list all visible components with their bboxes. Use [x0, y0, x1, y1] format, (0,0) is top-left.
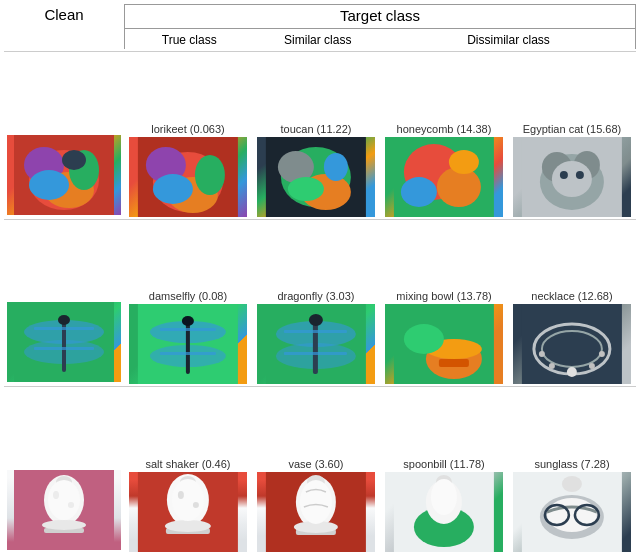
svg-point-30 — [576, 171, 584, 179]
svg-point-28 — [552, 161, 592, 197]
svg-point-95 — [562, 476, 582, 492]
target-cols-2: damselfly (0.08) dr — [124, 220, 636, 387]
image-diss2-1 — [513, 137, 631, 217]
label-similar-2: dragonfly (3.03) — [277, 290, 354, 302]
clean-image-3 — [7, 470, 121, 550]
img-col-diss2-3: sunglass (7.28) — [508, 387, 636, 554]
svg-point-49 — [309, 314, 323, 326]
image-true-2 — [129, 304, 247, 384]
clean-col-1 — [4, 52, 124, 219]
svg-point-92 — [431, 479, 457, 515]
image-similar-1 — [257, 137, 375, 217]
img-col-diss1-2: mixing bowl (13.78) — [380, 220, 508, 387]
table-row: lorikeet (0.063) toucan (11.22) — [4, 51, 636, 219]
svg-point-64 — [599, 351, 605, 357]
svg-point-22 — [401, 177, 437, 207]
svg-rect-50 — [284, 330, 347, 333]
img-col-diss2-2: necklace (12.68) — [508, 220, 636, 387]
clean-image-2 — [7, 302, 121, 382]
svg-point-86 — [300, 480, 332, 524]
svg-point-5 — [29, 170, 69, 200]
main-container: Clean Target class True class Similar cl… — [0, 0, 640, 558]
label-diss2-1: Egyptian cat (15.68) — [523, 123, 621, 135]
svg-point-77 — [165, 520, 211, 532]
image-true-3 — [129, 472, 247, 552]
clean-label: Clean — [44, 6, 83, 23]
img-col-similar-1: toucan (11.22) — [252, 52, 380, 219]
label-diss1-3: spoonbill (11.78) — [403, 458, 484, 470]
svg-rect-51 — [284, 352, 347, 355]
svg-rect-37 — [34, 347, 94, 350]
img-col-similar-2: dragonfly (3.03) — [252, 220, 380, 387]
label-similar-1: toucan (11.22) — [281, 123, 352, 135]
subheader-row: True class Similar class Dissimilar clas… — [125, 28, 635, 49]
svg-point-79 — [178, 491, 184, 499]
svg-rect-43 — [160, 328, 216, 331]
svg-point-60 — [567, 367, 577, 377]
image-diss1-3 — [385, 472, 503, 552]
svg-point-62 — [589, 363, 595, 369]
label-similar-3: vase (3.60) — [288, 458, 343, 470]
table-row: salt shaker (0.46) — [4, 386, 636, 554]
target-cols-1: lorikeet (0.063) toucan (11.22) — [124, 52, 636, 219]
img-col-diss2-1: Egyptian cat (15.68) — [508, 52, 636, 219]
dissimilar-class-header: Dissimilar class — [382, 29, 635, 49]
label-diss1-2: mixing bowl (13.78) — [396, 290, 491, 302]
table-row: damselfly (0.08) dr — [4, 219, 636, 387]
true-class-header: True class — [125, 29, 254, 49]
label-true-2: damselfly (0.08) — [149, 290, 227, 302]
image-diss1-2 — [385, 304, 503, 384]
svg-point-70 — [48, 480, 80, 520]
svg-point-18 — [288, 177, 324, 201]
img-col-true-3: salt shaker (0.46) — [124, 387, 252, 554]
image-true-1 — [129, 137, 247, 217]
img-col-true-1: lorikeet (0.063) — [124, 52, 252, 219]
clean-image-1 — [7, 135, 121, 215]
svg-point-12 — [153, 174, 193, 204]
label-diss2-2: necklace (12.68) — [531, 290, 612, 302]
svg-point-78 — [172, 479, 204, 521]
target-header-block: Target class True class Similar class Di… — [124, 4, 636, 49]
clean-col-3 — [4, 387, 124, 554]
svg-rect-34 — [62, 317, 66, 372]
svg-rect-44 — [160, 352, 216, 355]
svg-point-35 — [58, 315, 70, 325]
img-col-true-2: damselfly (0.08) — [124, 220, 252, 387]
label-diss1-1: honeycomb (14.38) — [397, 123, 492, 135]
svg-rect-55 — [439, 359, 469, 367]
svg-point-61 — [549, 363, 555, 369]
image-similar-2 — [257, 304, 375, 384]
svg-point-56 — [404, 324, 444, 354]
img-col-similar-3: vase (3.60) — [252, 387, 380, 554]
label-true-1: lorikeet (0.063) — [151, 123, 224, 135]
svg-point-17 — [324, 153, 348, 181]
image-diss2-3 — [513, 472, 631, 552]
svg-point-29 — [560, 171, 568, 179]
label-true-3: salt shaker (0.46) — [146, 458, 231, 470]
svg-rect-36 — [34, 327, 94, 330]
image-diss2-2 — [513, 304, 631, 384]
svg-point-96 — [547, 498, 597, 532]
svg-point-6 — [62, 150, 86, 170]
label-diss2-3: sunglass (7.28) — [534, 458, 609, 470]
svg-point-80 — [193, 502, 199, 508]
similar-class-header: Similar class — [254, 29, 383, 49]
clean-col-2 — [4, 220, 124, 387]
svg-point-11 — [195, 155, 225, 195]
img-col-diss1-3: spoonbill (11.78) — [380, 387, 508, 554]
svg-point-42 — [182, 316, 194, 326]
image-similar-3 — [257, 472, 375, 552]
svg-point-72 — [68, 502, 74, 508]
image-diss1-1 — [385, 137, 503, 217]
svg-point-63 — [539, 351, 545, 357]
img-col-diss1-1: honeycomb (14.38) — [380, 52, 508, 219]
target-cols-3: salt shaker (0.46) — [124, 387, 636, 554]
clean-header: Clean — [4, 4, 124, 23]
header-row: Clean Target class True class Similar cl… — [4, 4, 636, 49]
svg-point-69 — [42, 520, 86, 530]
content-section: lorikeet (0.063) toucan (11.22) — [4, 51, 636, 554]
target-class-label: Target class — [340, 7, 420, 24]
svg-point-23 — [449, 150, 479, 174]
svg-rect-41 — [186, 318, 190, 374]
svg-point-71 — [53, 491, 59, 499]
